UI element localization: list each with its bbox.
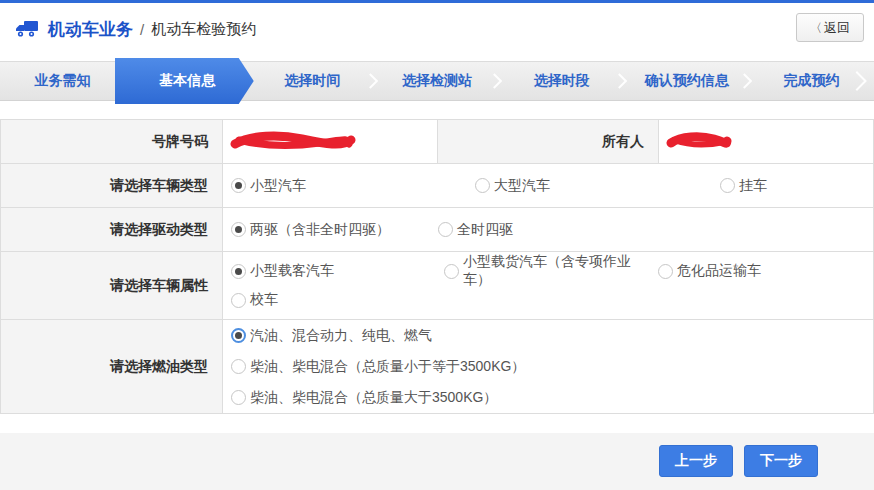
radio-icon [231,359,246,374]
back-chevron-icon: 〈 [810,21,822,35]
radio-option-full-time-4wd[interactable]: 全时四驱 [438,221,513,239]
redacted-owner-scribble [666,131,732,153]
radio-icon [658,264,673,279]
appointment-form: 号牌号码 所有人 请选择车辆类型 小型汽车 大型汽车 [0,119,874,414]
back-button[interactable]: 〈返回 [796,13,864,42]
radio-option-small-passenger[interactable]: 小型载客汽车 [231,262,444,280]
radio-icon [231,178,246,193]
truck-icon [14,18,40,40]
radio-icon [475,178,490,193]
step-basic-info[interactable]: 基本信息 [125,62,250,100]
vehicle-attribute-label: 请选择车辆属性 [1,252,223,319]
plate-number-value [223,120,437,163]
page-title: 机动车业务 [48,18,133,41]
next-step-button[interactable]: 下一步 [744,445,818,477]
step-confirm-info[interactable]: 确认预约信息 [624,62,749,100]
step-complete[interactable]: 完成预约 [749,62,874,100]
owner-label: 所有人 [437,120,659,163]
radio-option-hazmat-transport[interactable]: 危化品运输车 [658,262,761,280]
step-business-notice[interactable]: 业务需知 [0,62,125,100]
radio-icon [231,328,246,343]
vehicle-type-label: 请选择车辆类型 [1,164,223,207]
page-header: 机动车业务 / 机动车检验预约 〈返回 [0,3,874,55]
radio-icon [720,178,735,193]
step-select-timeslot[interactable]: 选择时段 [499,62,624,100]
radio-option-school-bus[interactable]: 校车 [231,291,278,309]
radio-icon [231,222,246,237]
owner-value [659,120,873,163]
row-vehicle-attribute: 请选择车辆属性 小型载客汽车 小型载货汽车（含专项作业车） 危化品运输车 [1,252,873,320]
row-plate-owner: 号牌号码 所有人 [1,120,873,164]
radio-icon [231,264,246,279]
step-separator-icon [847,71,867,91]
footer-action-bar: 上一步 下一步 [0,433,874,490]
radio-option-small-car[interactable]: 小型汽车 [231,177,475,195]
radio-icon [231,293,246,308]
radio-option-large-car[interactable]: 大型汽车 [475,177,720,195]
fuel-type-label: 请选择燃油类型 [1,320,223,413]
page-subtitle: 机动车检验预约 [151,20,256,39]
radio-icon [438,222,453,237]
row-fuel-type: 请选择燃油类型 汽油、混合动力、纯电、燃气 柴油、柴电混合（总质量小于等于350… [1,320,873,414]
drive-type-label: 请选择驱动类型 [1,208,223,251]
row-drive-type: 请选择驱动类型 两驱（含非全时四驱） 全时四驱 [1,208,873,252]
step-select-station[interactable]: 选择检测站 [375,62,500,100]
radio-option-gasoline-hybrid-electric-gas[interactable]: 汽油、混合动力、纯电、燃气 [231,327,432,345]
radio-option-small-cargo[interactable]: 小型载货汽车（含专项作业车） [444,253,658,289]
radio-option-trailer[interactable]: 挂车 [720,177,767,195]
radio-option-diesel-le-3500kg[interactable]: 柴油、柴电混合（总质量小于等于3500KG） [231,358,525,376]
radio-icon [444,264,459,279]
plate-number-label: 号牌号码 [1,120,223,163]
radio-option-two-wheel-drive[interactable]: 两驱（含非全时四驱） [231,221,438,239]
radio-option-diesel-gt-3500kg[interactable]: 柴油、柴电混合（总质量大于3500KG） [231,389,497,407]
row-vehicle-type: 请选择车辆类型 小型汽车 大型汽车 挂车 [1,164,873,208]
radio-icon [231,390,246,405]
redacted-plate-scribble [230,131,356,153]
breadcrumb-separator: / [140,21,144,38]
back-button-label: 返回 [824,20,850,35]
step-select-time[interactable]: 选择时间 [250,62,375,100]
prev-step-button[interactable]: 上一步 [659,445,733,477]
step-progress-bar: 业务需知 基本信息 选择时间 选择检测站 选择时段 确认预约信息 完成预约 [0,61,874,101]
